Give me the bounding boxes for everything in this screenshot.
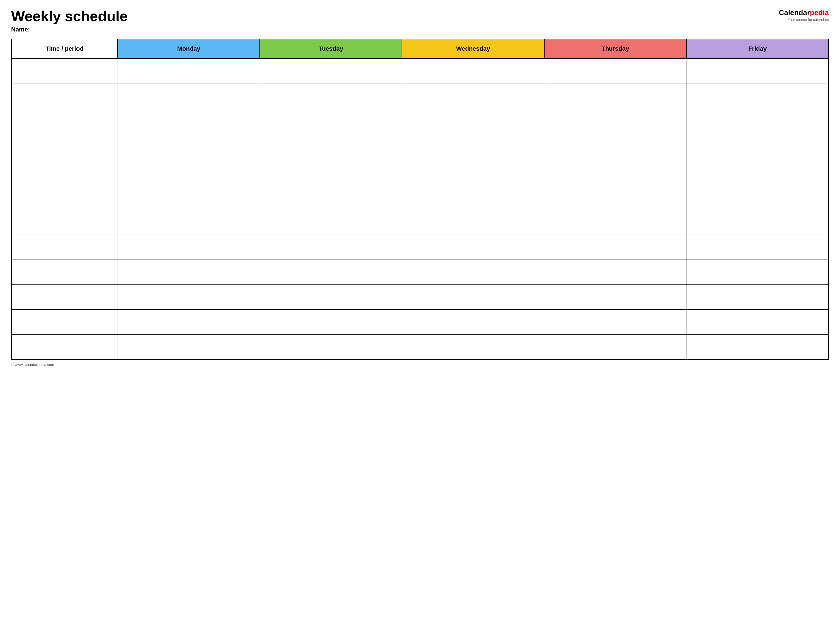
table-row [11,84,829,109]
time-cell[interactable] [11,209,118,234]
schedule-cell[interactable] [260,309,402,334]
time-cell[interactable] [11,259,118,284]
schedule-cell[interactable] [118,334,260,360]
schedule-table: Time / period Monday Tuesday Wednesday T… [11,39,829,360]
table-row [11,109,829,134]
schedule-cell[interactable] [118,209,260,234]
schedule-cell[interactable] [544,334,687,360]
schedule-cell[interactable] [118,58,260,84]
schedule-cell[interactable] [260,84,402,109]
table-row [11,234,829,259]
page-header: Weekly schedule Name: Calendarpedia Your… [11,8,829,33]
schedule-cell[interactable] [402,334,544,360]
schedule-cell[interactable] [687,159,829,184]
schedule-cell[interactable] [544,159,687,184]
schedule-cell[interactable] [687,309,829,334]
schedule-cell[interactable] [544,234,687,259]
schedule-cell[interactable] [260,259,402,284]
schedule-cell[interactable] [260,134,402,159]
schedule-cell[interactable] [118,134,260,159]
logo-calendar: Calendar [779,8,810,17]
schedule-cell[interactable] [687,84,829,109]
schedule-cell[interactable] [260,284,402,309]
time-cell[interactable] [11,184,118,209]
col-header-time: Time / period [11,39,118,58]
schedule-cell[interactable] [260,334,402,360]
table-row [11,209,829,234]
schedule-cell[interactable] [687,209,829,234]
table-row [11,184,829,209]
schedule-cell[interactable] [544,109,687,134]
schedule-cell[interactable] [260,209,402,234]
schedule-cell[interactable] [687,284,829,309]
time-cell[interactable] [11,334,118,360]
col-header-thursday: Thursday [544,39,687,58]
time-cell[interactable] [11,284,118,309]
time-cell[interactable] [11,309,118,334]
schedule-cell[interactable] [402,159,544,184]
logo-pedia: pedia [810,8,829,17]
schedule-cell[interactable] [118,109,260,134]
table-row [11,58,829,84]
schedule-cell[interactable] [544,58,687,84]
logo-section: Calendarpedia Your source for calendars [779,8,829,22]
schedule-cell[interactable] [402,58,544,84]
schedule-cell[interactable] [402,259,544,284]
header-row: Time / period Monday Tuesday Wednesday T… [11,39,829,58]
schedule-cell[interactable] [687,109,829,134]
title-section: Weekly schedule Name: [11,8,128,33]
schedule-cell[interactable] [118,309,260,334]
schedule-cell[interactable] [402,209,544,234]
page-title: Weekly schedule [11,8,128,24]
schedule-cell[interactable] [260,109,402,134]
table-header: Time / period Monday Tuesday Wednesday T… [11,39,829,58]
footer-url: © www.calendarpedia.com [11,363,54,367]
time-cell[interactable] [11,58,118,84]
time-cell[interactable] [11,109,118,134]
schedule-cell[interactable] [402,309,544,334]
schedule-cell[interactable] [544,184,687,209]
schedule-cell[interactable] [687,58,829,84]
schedule-cell[interactable] [118,234,260,259]
time-cell[interactable] [11,84,118,109]
schedule-cell[interactable] [118,184,260,209]
schedule-cell[interactable] [687,184,829,209]
schedule-cell[interactable] [260,58,402,84]
schedule-cell[interactable] [402,109,544,134]
schedule-cell[interactable] [402,284,544,309]
schedule-cell[interactable] [544,259,687,284]
schedule-cell[interactable] [544,309,687,334]
table-row [11,334,829,360]
schedule-cell[interactable] [260,184,402,209]
schedule-cell[interactable] [260,234,402,259]
table-row [11,159,829,184]
time-cell[interactable] [11,134,118,159]
schedule-cell[interactable] [402,234,544,259]
schedule-cell[interactable] [544,284,687,309]
schedule-cell[interactable] [687,334,829,360]
col-header-friday: Friday [687,39,829,58]
table-row [11,259,829,284]
schedule-cell[interactable] [402,184,544,209]
schedule-cell[interactable] [687,259,829,284]
schedule-cell[interactable] [544,84,687,109]
logo-tagline: Your source for calendars [788,17,829,22]
schedule-cell[interactable] [118,259,260,284]
schedule-cell[interactable] [402,134,544,159]
schedule-cell[interactable] [687,134,829,159]
col-header-tuesday: Tuesday [260,39,402,58]
table-row [11,134,829,159]
time-cell[interactable] [11,234,118,259]
schedule-cell[interactable] [118,284,260,309]
schedule-cell[interactable] [260,159,402,184]
schedule-cell[interactable] [544,209,687,234]
schedule-cell[interactable] [118,159,260,184]
name-label: Name: [11,26,128,33]
table-row [11,284,829,309]
schedule-cell[interactable] [544,134,687,159]
time-cell[interactable] [11,159,118,184]
schedule-cell[interactable] [687,234,829,259]
logo-text: Calendarpedia [779,8,829,17]
schedule-cell[interactable] [118,84,260,109]
schedule-cell[interactable] [402,84,544,109]
